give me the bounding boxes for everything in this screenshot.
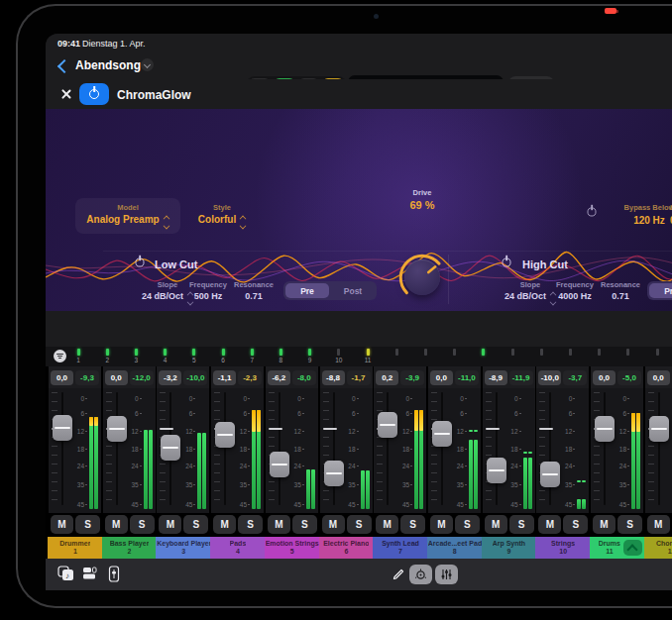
highcut-resonance[interactable]: Resonance 0.71 bbox=[599, 280, 642, 301]
mute-button[interactable]: M bbox=[213, 515, 236, 534]
mute-button[interactable]: M bbox=[268, 515, 290, 534]
highcut-pre-button[interactable]: Pre bbox=[649, 283, 672, 298]
solo-button[interactable]: S bbox=[183, 515, 208, 534]
db-scale-label: 35 bbox=[399, 481, 412, 488]
bypass-below-control[interactable]: Bypass Below 120 Hz bbox=[614, 203, 672, 226]
solo-button[interactable]: S bbox=[130, 515, 155, 534]
mute-button[interactable]: M bbox=[159, 515, 181, 534]
loops-browser-button[interactable]: ♪ bbox=[57, 566, 74, 585]
mute-button[interactable]: M bbox=[538, 515, 561, 534]
solo-button[interactable]: S bbox=[455, 515, 480, 534]
fader-cap[interactable] bbox=[161, 435, 180, 461]
mute-button[interactable]: M bbox=[105, 515, 128, 534]
lowcut-power-icon[interactable] bbox=[135, 258, 145, 267]
peak-value[interactable]: -8,0 bbox=[292, 370, 316, 385]
fader-cap[interactable] bbox=[595, 416, 615, 442]
peak-value[interactable]: -3,7 bbox=[563, 370, 587, 385]
fader-cap[interactable] bbox=[649, 416, 669, 442]
filter-icon[interactable] bbox=[54, 350, 66, 362]
mute-button[interactable]: M bbox=[485, 515, 507, 534]
volume-value[interactable]: 0,0 bbox=[430, 370, 453, 385]
track-name-block[interactable]: Strings10 bbox=[535, 537, 591, 559]
volume-value[interactable]: -1,1 bbox=[213, 370, 236, 385]
peak-value[interactable]: -9,3 bbox=[75, 370, 99, 385]
track-name-block[interactable]: Drums11 bbox=[590, 537, 645, 559]
peak-value[interactable]: -11,0 bbox=[455, 370, 479, 385]
volume-value[interactable]: 0,0 bbox=[51, 370, 73, 385]
track-name-block[interactable]: Emotion Strings5 bbox=[265, 537, 320, 559]
track-name-block[interactable]: Electric Piano6 bbox=[319, 537, 375, 559]
solo-button[interactable]: S bbox=[617, 515, 642, 534]
cells-view-button[interactable] bbox=[82, 566, 97, 584]
lowcut-frequency[interactable]: Frequency 500 Hz bbox=[186, 280, 230, 301]
volume-value[interactable]: -8,8 bbox=[322, 370, 345, 385]
model-selector[interactable]: Model Analog Preamp bbox=[75, 198, 180, 234]
volume-value[interactable]: 0,0 bbox=[593, 370, 616, 385]
track-name-block[interactable]: Arcade...eet Pad8 bbox=[427, 537, 483, 559]
solo-button[interactable]: S bbox=[238, 515, 263, 534]
drive-knob[interactable] bbox=[394, 250, 450, 305]
volume-value[interactable]: -3,2 bbox=[159, 370, 181, 385]
fader-cap[interactable] bbox=[432, 421, 452, 447]
volume-value[interactable]: 0,0 bbox=[105, 370, 128, 385]
lowcut-pre-button[interactable]: Pre bbox=[285, 283, 329, 298]
track-name-block[interactable]: Keyboard Player3 bbox=[156, 537, 211, 559]
peak-value[interactable]: -3,9 bbox=[400, 370, 424, 385]
fader-cap[interactable] bbox=[487, 458, 506, 483]
controls-view-button[interactable] bbox=[409, 565, 432, 584]
peak-value[interactable]: -11,9 bbox=[509, 370, 533, 385]
volume-value[interactable]: -10,0 bbox=[538, 370, 561, 385]
lowcut-post-button[interactable]: Post bbox=[331, 283, 375, 298]
solo-button[interactable]: S bbox=[563, 515, 588, 534]
fader-cap[interactable] bbox=[107, 416, 127, 442]
highcut-slope[interactable]: Slope 24 dB/Oct bbox=[500, 280, 561, 305]
solo-button[interactable]: S bbox=[509, 515, 534, 534]
highcut-frequency[interactable]: Frequency 4000 Hz bbox=[553, 280, 597, 301]
peak-value[interactable]: -2,3 bbox=[238, 370, 262, 385]
mixer-view-button[interactable] bbox=[435, 565, 458, 584]
style-selector[interactable]: Style Colorful bbox=[184, 203, 260, 229]
mute-button[interactable]: M bbox=[51, 515, 73, 534]
project-name[interactable]: Abendsong bbox=[75, 58, 141, 72]
fader-cap[interactable] bbox=[540, 462, 560, 487]
mute-button[interactable]: M bbox=[430, 515, 453, 534]
back-chevron-icon[interactable] bbox=[59, 61, 69, 71]
solo-button[interactable]: S bbox=[400, 515, 425, 534]
lowcut-resonance[interactable]: Resonance 0.71 bbox=[232, 280, 276, 301]
db-scale-label: 18 bbox=[346, 446, 359, 453]
mute-button[interactable]: M bbox=[376, 515, 398, 534]
track-name-block[interactable]: Arp Synth9 bbox=[482, 537, 537, 559]
fader-cap[interactable] bbox=[53, 415, 72, 441]
solo-button[interactable]: S bbox=[347, 515, 372, 534]
fader-cap[interactable] bbox=[378, 412, 397, 438]
volume-value[interactable]: -6,2 bbox=[268, 370, 290, 385]
peak-value[interactable]: -10,0 bbox=[183, 370, 207, 385]
fader-cap[interactable] bbox=[324, 461, 344, 486]
bypass-power-icon[interactable] bbox=[587, 207, 597, 217]
editor-button[interactable] bbox=[108, 566, 120, 586]
close-icon[interactable] bbox=[60, 88, 72, 100]
track-name-block[interactable]: Pads4 bbox=[210, 537, 266, 559]
peak-value[interactable]: -1,7 bbox=[347, 370, 371, 385]
track-name-block[interactable]: Bass Player2 bbox=[102, 537, 158, 559]
volume-value[interactable]: 0,0 bbox=[647, 370, 670, 385]
mute-button[interactable]: M bbox=[647, 515, 670, 534]
peak-value[interactable]: -12,0 bbox=[130, 370, 154, 385]
mute-button[interactable]: M bbox=[593, 515, 616, 534]
project-disclosure-icon[interactable] bbox=[141, 58, 154, 71]
track-name-block[interactable]: Synth Lead7 bbox=[373, 537, 428, 559]
track-name-block[interactable]: Drummer1 bbox=[48, 537, 103, 559]
fader-cap[interactable] bbox=[270, 452, 289, 477]
peak-value[interactable]: -5,0 bbox=[617, 370, 641, 385]
highcut-power-icon[interactable] bbox=[502, 258, 511, 267]
mute-button[interactable]: M bbox=[322, 515, 345, 534]
collapse-chevron-icon[interactable] bbox=[623, 540, 642, 556]
volume-value[interactable]: -8,9 bbox=[485, 370, 507, 385]
fader-cap[interactable] bbox=[215, 422, 235, 448]
volume-value[interactable]: 0,2 bbox=[376, 370, 398, 385]
pencil-button[interactable] bbox=[392, 568, 405, 585]
solo-button[interactable]: S bbox=[75, 515, 100, 534]
plugin-power-button[interactable] bbox=[79, 83, 109, 105]
track-name-block[interactable]: Chorus V12 bbox=[644, 537, 672, 559]
solo-button[interactable]: S bbox=[292, 515, 317, 534]
